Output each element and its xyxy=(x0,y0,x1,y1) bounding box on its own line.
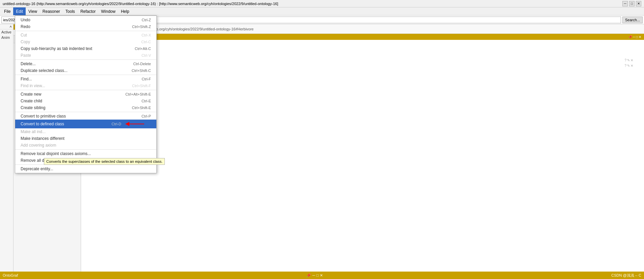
menu-deprecate-entity[interactable]: Deprecate entity... xyxy=(15,166,156,172)
eat-delete-btn[interactable]: ✕ xyxy=(630,64,633,68)
menu-find[interactable]: Find... Ctrl-F xyxy=(15,76,156,82)
eat-info-btn[interactable]: ? xyxy=(624,64,626,68)
menu-edit[interactable]: Edit xyxy=(13,7,26,15)
desc-pin-icon[interactable]: 📌 xyxy=(628,35,632,39)
desc-close-icon[interactable]: ✕ xyxy=(639,35,641,39)
menu-section-clipboard: Cut Ctrl-X Copy Ctrl-C Copy sub-hierarch… xyxy=(15,31,156,60)
menu-view[interactable]: View xyxy=(26,7,40,15)
menu-file[interactable]: File xyxy=(1,7,13,15)
left-sidebar: < Active Anim xyxy=(0,24,14,272)
menu-create-new[interactable]: Create new Ctrl+Alt+Shift-E xyxy=(15,91,156,98)
menu-section-find: Find... Ctrl-F Find in view... Ctrl+Shif… xyxy=(15,75,156,90)
menu-section-delete: Delete... Ctrl-Delete Duplicate selected… xyxy=(15,60,156,75)
menu-convert-defined[interactable]: Convert to defined class Ctrl-D xyxy=(15,120,156,128)
delete-label: Delete... xyxy=(21,61,128,66)
duplicate-shortcut: Ctrl+Shift-C xyxy=(132,69,151,73)
menu-help[interactable]: Help xyxy=(118,7,132,15)
menu-make-instances-different[interactable]: Make instances different xyxy=(15,135,156,142)
arrow-icon xyxy=(124,121,151,127)
convert-defined-label: Convert to defined class xyxy=(21,122,106,126)
menu-copy-hierarchy[interactable]: Copy sub-hierarchy as tab indented text … xyxy=(15,45,156,52)
section-subclass-anonymous: SubClass Of (Anonymous Ancestor) xyxy=(84,76,641,82)
paste-label: Paste xyxy=(21,53,136,58)
menu-find-in-view: Find in view... Ctrl+Shift-F xyxy=(15,82,156,89)
section-general-class-axioms: General class axioms + xyxy=(84,68,641,76)
search-button[interactable]: Search... xyxy=(622,17,643,23)
menu-create-sibling[interactable]: Create sibling Ctrl+Shift-E xyxy=(15,104,156,111)
menu-undo[interactable]: Undo Ctrl-Z xyxy=(15,17,156,23)
cut-shortcut: Ctrl-X xyxy=(141,33,151,37)
copy-label: Copy xyxy=(21,40,136,44)
menu-remove-local[interactable]: Remove local disjoint classes axioms... xyxy=(15,150,156,157)
menu-bar: File Edit View Reasoner Tools Refactor W… xyxy=(0,7,644,16)
animal-actions: ? ✎ ✕ xyxy=(624,58,633,62)
find-in-view-label: Find in view... xyxy=(21,83,127,88)
undo-label: Undo xyxy=(21,18,136,22)
desc-min-icon[interactable]: ─ xyxy=(633,35,635,39)
delete-shortcut: Ctrl-Delete xyxy=(133,62,151,66)
menu-section-deprecate: Deprecate entity... xyxy=(15,165,156,173)
close-button[interactable]: ✕ xyxy=(636,1,641,6)
section-disjoint-union: Disjoint Union Of + xyxy=(84,105,641,112)
bottom-max-icon[interactable]: □ xyxy=(316,273,319,278)
content-area: ☰ Herbivore — http://www.semanticweb.org… xyxy=(81,24,644,272)
menu-create-child[interactable]: Create child Ctrl-E xyxy=(15,98,156,104)
convert-primitive-label: Convert to primitive class xyxy=(21,114,136,119)
animal-edit-btn[interactable]: ✎ xyxy=(627,58,630,62)
create-new-shortcut: Ctrl+Alt+Shift-E xyxy=(125,92,151,96)
bottom-close-icon[interactable]: ✕ xyxy=(320,273,323,278)
section-instances: Instances + xyxy=(84,82,641,90)
menu-copy: Copy Ctrl-C xyxy=(15,39,156,45)
animal-delete-btn[interactable]: ✕ xyxy=(630,58,633,62)
menu-tools[interactable]: Tools xyxy=(63,7,78,15)
redo-shortcut: Ctrl+Shift-Z xyxy=(132,25,151,29)
convert-primitive-shortcut: Ctrl-P xyxy=(141,114,151,118)
section-equivalent-to: Equivalent To + xyxy=(84,43,641,50)
ontology-header: ☰ Herbivore — http://www.semanticweb.org… xyxy=(81,24,644,34)
make-all-ind-label: Make all ind... xyxy=(21,129,146,134)
copy-shortcut: Ctrl-C xyxy=(141,40,151,44)
animal-info-btn[interactable]: ? xyxy=(624,58,626,62)
restore-button[interactable]: □ xyxy=(629,1,635,6)
menu-section-convert: Convert to primitive class Ctrl-P Conver… xyxy=(15,112,156,150)
menu-reasoner[interactable]: Reasoner xyxy=(40,7,63,15)
menu-refactor[interactable]: Refactor xyxy=(78,7,98,15)
menu-paste: Paste Ctrl-V xyxy=(15,52,156,59)
section-target-for-key: Target for Key + xyxy=(84,90,641,97)
paste-shortcut: Ctrl-V xyxy=(141,53,151,57)
bottom-min-icon[interactable]: ─ xyxy=(312,273,315,278)
minimize-button[interactable]: ─ xyxy=(622,1,628,6)
redo-label: Redo xyxy=(21,24,127,29)
create-new-label: Create new xyxy=(21,92,120,97)
menu-cut: Cut Ctrl-X xyxy=(15,32,156,39)
menu-delete[interactable]: Delete... Ctrl-Delete xyxy=(15,60,156,67)
menu-window[interactable]: Window xyxy=(98,7,118,15)
description-header: Description: Herbivore 📌 ─ □ ✕ xyxy=(81,34,644,40)
deprecate-label: Deprecate entity... xyxy=(21,167,151,171)
subclass-eat-row: eat only Plant ? ✎ ✕ xyxy=(84,63,641,68)
create-child-shortcut: Ctrl-E xyxy=(141,99,151,103)
menu-section-create: Create new Ctrl+Alt+Shift-E Create child… xyxy=(15,90,156,112)
tooltip-text: Converts the superclasses of the selecte… xyxy=(46,159,162,163)
title-text: untitled-ontology-16 (http://www.semanti… xyxy=(3,2,278,6)
menu-duplicate[interactable]: Duplicate selected class... Ctrl+Shift-C xyxy=(15,67,156,74)
bottom-bar: OntoGraf 📌 ─ □ ✕ CSDN @浅浅 -- C xyxy=(0,272,644,279)
description-content: Equivalent To + SubClass Of + Animal ? ✎… xyxy=(81,40,644,272)
make-instances-label: Make instances different xyxy=(21,136,151,141)
desc-max-icon[interactable]: □ xyxy=(636,35,638,39)
find-label: Find... xyxy=(21,77,136,81)
subclass-animal-row: Animal ? ✎ ✕ xyxy=(84,57,641,63)
title-label: untitled-ontology-16 (http://www.semanti… xyxy=(3,2,278,6)
section-disjoint-with: Disjoint With + xyxy=(84,97,641,105)
create-child-label: Create child xyxy=(21,99,136,103)
menu-convert-primitive[interactable]: Convert to primitive class Ctrl-P xyxy=(15,113,156,120)
bottom-pin-icon[interactable]: 📌 xyxy=(306,273,311,278)
sidebar-back-button[interactable]: < xyxy=(0,24,13,29)
copy-hierarchy-label: Copy sub-hierarchy as tab indented text xyxy=(21,46,129,51)
convert-defined-shortcut: Ctrl-D xyxy=(111,122,121,126)
menu-section-undoredo: Undo Ctrl-Z Redo Ctrl+Shift-Z xyxy=(15,16,156,31)
copy-hierarchy-shortcut: Ctrl+Alt-C xyxy=(135,47,151,51)
find-shortcut: Ctrl-F xyxy=(142,77,151,81)
menu-redo[interactable]: Redo Ctrl+Shift-Z xyxy=(15,23,156,30)
eat-edit-btn[interactable]: ✎ xyxy=(627,64,630,68)
